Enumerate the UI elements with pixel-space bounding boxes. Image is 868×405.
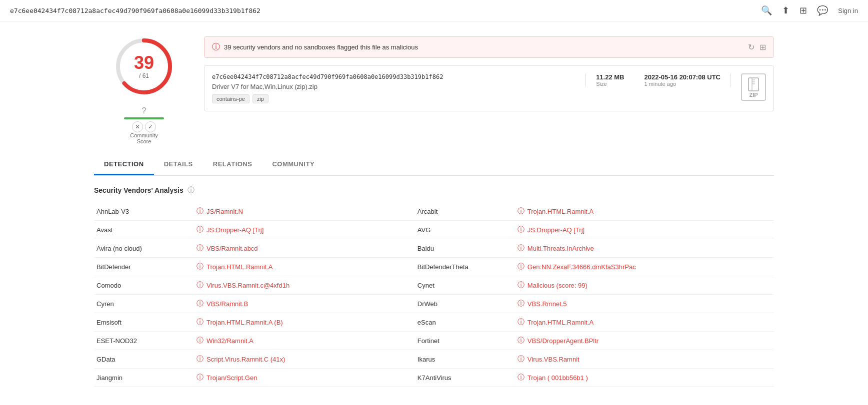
vendor-name-2: DrWeb xyxy=(415,295,515,313)
vendor-name-2: eScan xyxy=(415,313,515,332)
detection-cell: ⓘ Trojan/Script.Gen xyxy=(194,369,400,387)
detection-icon-2: ⓘ xyxy=(518,244,524,253)
alert-text: 39 security vendors and no sandboxes fla… xyxy=(224,43,418,51)
community-dislike-button[interactable]: ✕ xyxy=(132,121,143,132)
main-content: 39 / 61 ? ✕ ✓ CommunityScore ⓘ 39 securi… xyxy=(84,21,784,154)
vendor-name: Avira (no cloud) xyxy=(94,239,194,258)
table-row: Avast ⓘ JS:Dropper-AQ [Trj] AVG ⓘ JS:Dro… xyxy=(94,221,774,239)
detection-name: JS/Ramnit.N xyxy=(206,208,243,215)
detection-icon-2: ⓘ xyxy=(518,225,524,234)
detection-name-2: Trojan.HTML.Ramnit.A xyxy=(528,208,594,215)
detection-table: AhnLab-V3 ⓘ JS/Ramnit.N Arcabit ⓘ Trojan… xyxy=(94,202,774,387)
vendor-name: Cyren xyxy=(94,295,194,313)
detection-cell: ⓘ Trojan.HTML.Ramnit.A (B) xyxy=(194,313,400,332)
table-row: Comodo ⓘ Virus.VBS.Ramnit.c@4xfd1h Cynet… xyxy=(94,276,774,295)
detection-cell: ⓘ VBS/Ramnit.B xyxy=(194,295,400,313)
table-row: AhnLab-V3 ⓘ JS/Ramnit.N Arcabit ⓘ Trojan… xyxy=(94,202,774,221)
file-tag-zip: zip xyxy=(252,94,268,103)
vendor-name-2: K7AntiVirus xyxy=(415,369,515,387)
file-date-ago: 1 minute ago xyxy=(644,81,720,87)
detection-cell-2: ⓘ VBS/DropperAgent.BPltr xyxy=(515,332,774,350)
table-row: Jiangmin ⓘ Trojan/Script.Gen K7AntiVirus… xyxy=(94,369,774,387)
detection-cell-2: ⓘ Multi.Threats.InArchive xyxy=(515,239,774,258)
detection-icon-2: ⓘ xyxy=(518,207,524,216)
community-score: ? ✕ ✓ CommunityScore xyxy=(124,106,164,144)
detection-name: Win32/Ramnit.A xyxy=(206,337,254,345)
vendor-name-2: Baidu xyxy=(415,239,515,258)
tab-community[interactable]: COMMUNITY xyxy=(262,154,324,175)
detection-name: VBS/Ramnit.abcd xyxy=(206,245,258,252)
community-controls: ✕ ✓ xyxy=(132,121,156,132)
vendor-name-2: Ikarus xyxy=(415,350,515,369)
tabs-container: DETECTION DETAILS RELATIONS COMMUNITY Se… xyxy=(84,154,784,387)
file-info-section: e7c6ee042434f7c08712a8acfec49d790f969fa0… xyxy=(204,65,774,111)
detection-icon: ⓘ xyxy=(196,355,204,364)
detection-name-2: VBS.Rmnet.5 xyxy=(528,300,567,308)
chat-icon[interactable]: 💬 xyxy=(817,5,828,16)
detection-name-2: Malicious (score: 99) xyxy=(528,282,588,289)
detection-cell-2: ⓘ Malicious (score: 99) xyxy=(515,276,774,295)
detection-cell-2: ⓘ Trojan.HTML.Ramnit.A xyxy=(515,202,774,221)
grid-icon[interactable]: ⊞ xyxy=(800,5,807,16)
tabs: DETECTION DETAILS RELATIONS COMMUNITY xyxy=(94,154,774,176)
detection-icon-2: ⓘ xyxy=(518,373,524,382)
detection-icon-2: ⓘ xyxy=(518,299,524,308)
zip-icon: ZIP xyxy=(741,73,766,101)
detection-name: JS:Dropper-AQ [Trj] xyxy=(206,226,264,234)
detection-name: Trojan/Script.Gen xyxy=(206,374,257,382)
file-size-label: Size xyxy=(596,81,624,87)
file-date-value: 2022-05-16 20:07:08 UTC xyxy=(644,73,720,81)
detection-cell: ⓘ Script.Virus.Ramnit.C (41x) xyxy=(194,350,400,369)
detection-name: Virus.VBS.Ramnit.c@4xfd1h xyxy=(206,282,290,289)
vendor-name-2: BitDefenderTheta xyxy=(415,258,515,276)
detection-icon-2: ⓘ xyxy=(518,281,524,290)
detection-cell: ⓘ JS:Dropper-AQ [Trj] xyxy=(194,221,400,239)
search-icon[interactable]: 🔍 xyxy=(761,5,772,16)
vendor-name: Jiangmin xyxy=(94,369,194,387)
alert-banner: ⓘ 39 security vendors and no sandboxes f… xyxy=(204,36,774,58)
vendor-name-2: AVG xyxy=(415,221,515,239)
qr-icon[interactable]: ⊞ xyxy=(760,42,766,52)
file-hash-detail: e7c6ee042434f7c08712a8acfec49d790f969fa0… xyxy=(212,73,586,80)
table-row: GData ⓘ Script.Virus.Ramnit.C (41x) Ikar… xyxy=(94,350,774,369)
detection-icon: ⓘ xyxy=(196,225,204,234)
detection-cell-2: ⓘ Gen:NN.ZexaF.34666.dmKfaS3hrPac xyxy=(515,258,774,276)
file-date-meta: 2022-05-16 20:07:08 UTC 1 minute ago xyxy=(644,73,720,87)
community-like-button[interactable]: ✓ xyxy=(145,121,156,132)
table-row: Emsisoft ⓘ Trojan.HTML.Ramnit.A (B) eSca… xyxy=(94,313,774,332)
detection-icon-2: ⓘ xyxy=(518,336,524,345)
detection-icon: ⓘ xyxy=(196,244,204,253)
signin-button[interactable]: Sign in xyxy=(838,7,858,14)
detection-cell: ⓘ VBS/Ramnit.abcd xyxy=(194,239,400,258)
detection-icon: ⓘ xyxy=(196,262,204,271)
detection-icon-2: ⓘ xyxy=(518,355,524,364)
vendor-name-2: Fortinet xyxy=(415,332,515,350)
tab-relations[interactable]: RELATIONS xyxy=(203,154,262,175)
community-bar-track xyxy=(124,117,164,119)
topbar: e7c6ee042434f7c08712a8acfec49d790f969fa0… xyxy=(0,0,868,21)
table-row: ESET-NOD32 ⓘ Win32/Ramnit.A Fortinet ⓘ V… xyxy=(94,332,774,350)
file-size-value: 11.22 MB xyxy=(596,73,624,81)
vendor-name: ESET-NOD32 xyxy=(94,332,194,350)
table-row: Cyren ⓘ VBS/Ramnit.B DrWeb ⓘ VBS.Rmnet.5 xyxy=(94,295,774,313)
detection-cell-2: ⓘ JS:Dropper-AQ [Trj] xyxy=(515,221,774,239)
file-details: e7c6ee042434f7c08712a8acfec49d790f969fa0… xyxy=(212,73,586,103)
detection-name: Trojan.HTML.Ramnit.A xyxy=(206,263,272,271)
upload-icon[interactable]: ⬆ xyxy=(782,5,790,16)
table-row: Avira (no cloud) ⓘ VBS/Ramnit.abcd Baidu… xyxy=(94,239,774,258)
community-bar xyxy=(124,117,164,119)
detection-name-2: Virus.VBS.Ramnit xyxy=(528,356,580,363)
tab-detection[interactable]: DETECTION xyxy=(94,154,154,175)
section-header: Security Vendors' Analysis ⓘ xyxy=(94,186,774,195)
right-panel: ⓘ 39 security vendors and no sandboxes f… xyxy=(204,36,774,144)
detection-name: Script.Virus.Ramnit.C (41x) xyxy=(206,356,285,363)
score-circle: 39 / 61 xyxy=(114,36,174,96)
detection-icon: ⓘ xyxy=(196,281,204,290)
refresh-icon[interactable]: ↻ xyxy=(748,42,754,52)
tab-details[interactable]: DETAILS xyxy=(154,154,203,175)
detection-icon: ⓘ xyxy=(196,336,204,345)
detection-icon: ⓘ xyxy=(196,318,204,327)
detection-name-2: VBS/DropperAgent.BPltr xyxy=(528,337,598,345)
alert-icon: ⓘ xyxy=(212,42,220,52)
community-score-label: CommunityScore xyxy=(130,132,158,144)
